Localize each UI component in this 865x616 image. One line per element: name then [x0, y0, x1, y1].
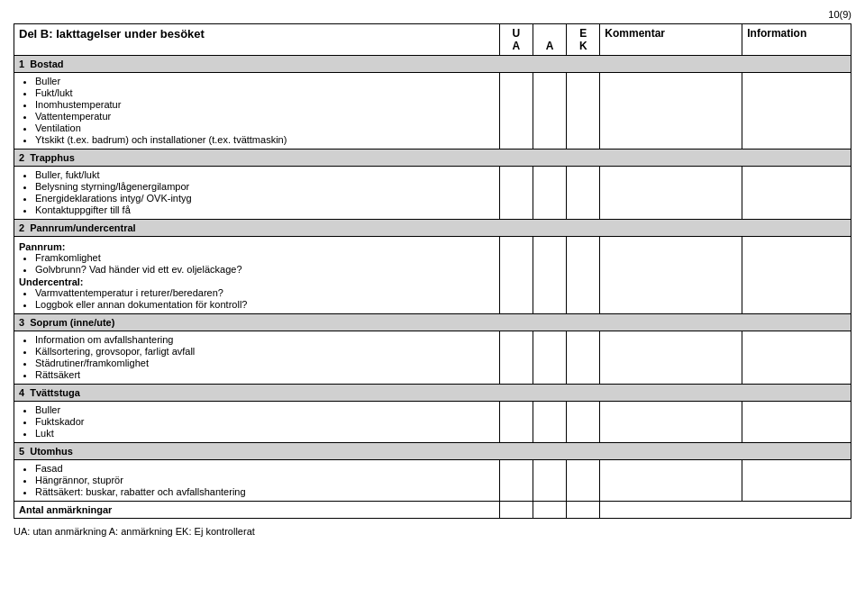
col-header-comment: Kommentar [600, 24, 742, 56]
section-number: 1 [19, 59, 24, 69]
list-item: Belysning styrning/lågenergilampor [35, 181, 495, 192]
section-title: Tvättstuga [30, 387, 80, 398]
footer-legend: UA: utan anmärkning A: anmärkning EK: Ej… [14, 526, 851, 537]
col-header-info: Information [742, 24, 851, 56]
section-number: 4 [19, 387, 24, 398]
list-item: Fasad [35, 463, 495, 474]
list-item: Loggbok eller annan dokumentation för ko… [35, 299, 495, 310]
section-header-row: 3 Soprum (inne/ute) [14, 314, 851, 331]
list-item: Hängrännor, stuprör [35, 475, 495, 485]
section-title: Bostad [30, 59, 63, 69]
section-content-row: BullerFukt/luktInomhustemperaturVattente… [14, 73, 851, 149]
section-number: 2 [19, 222, 24, 233]
ek-cell [567, 460, 600, 502]
section-content: Pannrum:FramkomlighetGolvbrunn? Vad händ… [14, 237, 500, 314]
info-cell [742, 460, 851, 502]
ek-cell [567, 402, 600, 443]
comment-cell [600, 331, 742, 385]
list-item: Lukt [35, 428, 495, 439]
list-item: Golvbrunn? Vad händer vid ett ev. oljelä… [35, 264, 495, 275]
section-title: Soprum (inne/ute) [30, 317, 114, 328]
section-number: 5 [19, 446, 24, 457]
list-item: Städrutiner/framkomlighet [35, 358, 495, 368]
total-comment [600, 502, 851, 519]
list-item: Källsortering, grovsopor, farligt avfall [35, 346, 495, 357]
section-content-row: Information om avfallshanteringKällsorte… [14, 331, 851, 385]
section-header-row: 2 Pannrum/undercentral [14, 220, 851, 237]
section-number: 3 [19, 317, 24, 328]
list-item: Rättsäkert [35, 369, 495, 380]
a-cell [533, 460, 566, 502]
list-item: Buller, fukt/lukt [35, 169, 495, 180]
list-item: Framkomlighet [35, 252, 495, 263]
section-content: Information om avfallshanteringKällsorte… [14, 331, 500, 385]
ua-cell [499, 460, 533, 502]
total-a [533, 502, 566, 519]
section-content-row: FasadHängrännor, stuprörRättsäkert: busk… [14, 460, 851, 502]
total-ua [499, 502, 533, 519]
a-cell [533, 402, 566, 443]
comment-cell [600, 73, 742, 149]
sub-section-label: Pannrum: [19, 241, 495, 252]
list-item: Energideklarations intyg/ OVK-intyg [35, 193, 495, 204]
section-title: Pannrum/undercentral [30, 222, 135, 233]
ek-cell [567, 167, 600, 220]
section-content: BullerFukt/luktInomhustemperaturVattente… [14, 73, 500, 149]
ek-cell [567, 237, 600, 314]
section-title: Utomhus [30, 446, 73, 457]
total-row: Antal anmärkningar [14, 502, 851, 519]
section-content-row: Buller, fukt/luktBelysning styrning/låge… [14, 167, 851, 220]
table-title: Del B: Iakttagelser under besöket [14, 24, 500, 56]
comment-cell [600, 237, 742, 314]
ek-cell [567, 73, 600, 149]
comment-cell [600, 402, 742, 443]
list-item: Information om avfallshantering [35, 334, 495, 345]
section-content: FasadHängrännor, stuprörRättsäkert: busk… [14, 460, 500, 502]
a-cell [533, 167, 566, 220]
list-item: Fuktskador [35, 416, 495, 427]
section-title: Trapphus [30, 152, 75, 163]
section-content: BullerFuktskadorLukt [14, 402, 500, 443]
sub-section-label: Undercentral: [19, 276, 495, 287]
list-item: Fukt/lukt [35, 87, 495, 98]
section-content-row: BullerFuktskadorLukt [14, 402, 851, 443]
list-item: Ventilation [35, 122, 495, 133]
section-header-row: 5 Utomhus [14, 443, 851, 460]
total-ek [567, 502, 600, 519]
list-item: Rättsäkert: buskar, rabatter och avfalls… [35, 486, 495, 497]
a-cell [533, 237, 566, 314]
a-cell [533, 331, 566, 385]
list-item: Kontaktuppgifter till få [35, 204, 495, 215]
col-header-a: A [533, 24, 566, 56]
ua-cell [499, 402, 533, 443]
info-cell [742, 331, 851, 385]
list-item: Buller [35, 76, 495, 86]
ua-cell [499, 237, 533, 314]
section-header-row: 1 Bostad [14, 56, 851, 73]
ua-cell [499, 73, 533, 149]
section-content: Buller, fukt/luktBelysning styrning/låge… [14, 167, 500, 220]
col-header-ek: EK [567, 24, 600, 56]
list-item: Ytskikt (t.ex. badrum) och installatione… [35, 134, 495, 145]
comment-cell [600, 167, 742, 220]
list-item: Vattentemperatur [35, 111, 495, 122]
a-cell [533, 73, 566, 149]
col-header-u: UA [499, 24, 533, 56]
list-item: Varmvattentemperatur i returer/beredaren… [35, 287, 495, 298]
list-item: Inomhustemperatur [35, 99, 495, 110]
section-number: 2 [19, 152, 24, 163]
section-header-row: 2 Trapphus [14, 149, 851, 167]
comment-cell [600, 460, 742, 502]
info-cell [742, 237, 851, 314]
list-item: Buller [35, 404, 495, 415]
total-label: Antal anmärkningar [14, 502, 500, 519]
ua-cell [499, 167, 533, 220]
ua-cell [499, 331, 533, 385]
section-header-row: 4 Tvättstuga [14, 385, 851, 402]
ek-cell [567, 331, 600, 385]
info-cell [742, 167, 851, 220]
page-number: 10(9) [14, 9, 851, 20]
info-cell [742, 402, 851, 443]
section-content-row: Pannrum:FramkomlighetGolvbrunn? Vad händ… [14, 237, 851, 314]
info-cell [742, 73, 851, 149]
